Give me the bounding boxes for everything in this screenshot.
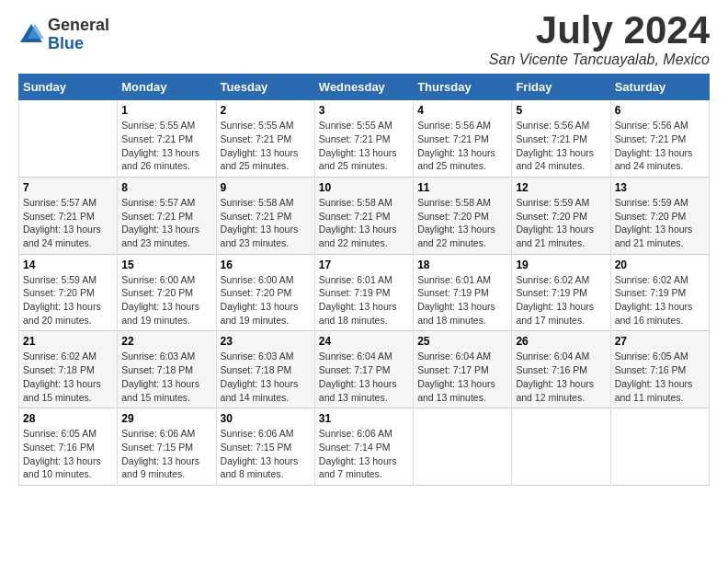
cell-content: Sunrise: 6:02 AMSunset: 7:19 PMDaylight:… [615,273,705,327]
day-number: 9 [221,181,311,194]
logo-blue: Blue [48,35,109,53]
calendar-cell: 15Sunrise: 6:00 AMSunset: 7:20 PMDayligh… [118,254,216,331]
title-area: July 2024 San Vicente Tancuayalab, Mexic… [489,9,710,68]
cell-content: Sunrise: 5:55 AMSunset: 7:21 PMDaylight:… [221,119,311,173]
cell-content: Sunrise: 5:58 AMSunset: 7:20 PMDaylight:… [417,196,507,250]
calendar-week-row: 1Sunrise: 5:55 AMSunset: 7:21 PMDaylight… [19,100,710,178]
calendar-cell: 17Sunrise: 6:01 AMSunset: 7:19 PMDayligh… [314,254,413,331]
day-number: 30 [221,412,311,425]
calendar-cell [610,408,709,486]
calendar-cell: 6Sunrise: 5:56 AMSunset: 7:21 PMDaylight… [610,100,709,178]
calendar-body: 1Sunrise: 5:55 AMSunset: 7:21 PMDaylight… [19,100,710,486]
calendar-cell: 27Sunrise: 6:05 AMSunset: 7:16 PMDayligh… [610,331,709,408]
day-number: 19 [516,259,606,271]
day-number: 17 [319,259,409,271]
cell-content: Sunrise: 6:03 AMSunset: 7:18 PMDaylight:… [221,350,311,404]
day-number: 20 [615,259,705,271]
cell-content: Sunrise: 5:56 AMSunset: 7:21 PMDaylight:… [615,119,705,173]
day-number: 23 [221,335,311,348]
day-number: 12 [516,181,606,194]
month-title: July 2024 [489,9,710,52]
day-number: 5 [516,104,606,117]
day-number: 2 [221,104,311,117]
day-number: 14 [23,259,113,271]
day-number: 1 [121,104,211,117]
calendar-cell [414,408,512,486]
day-number: 26 [516,335,606,348]
day-number: 18 [417,259,507,271]
header-day: Thursday [414,75,512,100]
calendar-week-row: 14Sunrise: 5:59 AMSunset: 7:20 PMDayligh… [19,254,710,331]
logo: General Blue [18,17,109,53]
calendar-cell: 28Sunrise: 6:05 AMSunset: 7:16 PMDayligh… [19,408,118,486]
calendar-cell [512,408,610,486]
cell-content: Sunrise: 5:58 AMSunset: 7:21 PMDaylight:… [319,196,409,250]
header-day: Saturday [610,75,709,100]
day-number: 16 [221,259,311,271]
calendar-cell: 26Sunrise: 6:04 AMSunset: 7:16 PMDayligh… [512,331,610,408]
cell-content: Sunrise: 6:01 AMSunset: 7:19 PMDaylight:… [319,273,409,327]
header-day: Friday [512,75,610,100]
day-number: 27 [615,335,705,348]
day-number: 31 [319,412,409,425]
calendar-cell: 3Sunrise: 5:55 AMSunset: 7:21 PMDaylight… [314,100,413,178]
day-number: 4 [417,104,507,117]
calendar-cell: 11Sunrise: 5:58 AMSunset: 7:20 PMDayligh… [414,177,512,254]
day-number: 22 [121,335,211,348]
calendar-cell: 1Sunrise: 5:55 AMSunset: 7:21 PMDaylight… [118,100,216,178]
day-number: 3 [319,104,409,117]
calendar-cell: 30Sunrise: 6:06 AMSunset: 7:15 PMDayligh… [216,408,314,486]
day-number: 21 [23,335,113,348]
calendar-cell [19,100,118,178]
calendar-cell: 14Sunrise: 5:59 AMSunset: 7:20 PMDayligh… [19,254,118,331]
calendar-cell: 18Sunrise: 6:01 AMSunset: 7:19 PMDayligh… [414,254,512,331]
calendar-cell: 13Sunrise: 5:59 AMSunset: 7:20 PMDayligh… [610,177,709,254]
cell-content: Sunrise: 5:59 AMSunset: 7:20 PMDaylight:… [516,196,606,250]
calendar-cell: 10Sunrise: 5:58 AMSunset: 7:21 PMDayligh… [314,177,413,254]
cell-content: Sunrise: 6:03 AMSunset: 7:18 PMDaylight:… [121,350,211,404]
header-day: Wednesday [314,75,413,100]
logo-icon [18,22,44,48]
cell-content: Sunrise: 6:06 AMSunset: 7:14 PMDaylight:… [319,427,409,481]
calendar-cell: 5Sunrise: 5:56 AMSunset: 7:21 PMDaylight… [512,100,610,178]
header: General Blue July 2024 San Vicente Tancu… [18,9,710,68]
cell-content: Sunrise: 6:04 AMSunset: 7:17 PMDaylight:… [417,350,507,404]
day-number: 15 [121,259,211,271]
cell-content: Sunrise: 6:02 AMSunset: 7:19 PMDaylight:… [516,273,606,327]
cell-content: Sunrise: 5:55 AMSunset: 7:21 PMDaylight:… [121,119,211,173]
cell-content: Sunrise: 6:04 AMSunset: 7:16 PMDaylight:… [516,350,606,404]
cell-content: Sunrise: 5:57 AMSunset: 7:21 PMDaylight:… [23,196,113,250]
calendar-cell: 12Sunrise: 5:59 AMSunset: 7:20 PMDayligh… [512,177,610,254]
calendar-cell: 2Sunrise: 5:55 AMSunset: 7:21 PMDaylight… [216,100,314,178]
cell-content: Sunrise: 6:01 AMSunset: 7:19 PMDaylight:… [417,273,507,327]
calendar-cell: 8Sunrise: 5:57 AMSunset: 7:21 PMDaylight… [118,177,216,254]
day-number: 11 [417,181,507,194]
day-number: 7 [23,181,113,194]
header-day: Monday [118,75,216,100]
cell-content: Sunrise: 6:00 AMSunset: 7:20 PMDaylight:… [221,273,311,327]
cell-content: Sunrise: 6:00 AMSunset: 7:20 PMDaylight:… [121,273,211,327]
calendar-week-row: 7Sunrise: 5:57 AMSunset: 7:21 PMDaylight… [19,177,710,254]
logo-text: General Blue [48,17,109,53]
cell-content: Sunrise: 5:55 AMSunset: 7:21 PMDaylight:… [319,119,409,173]
calendar-cell: 4Sunrise: 5:56 AMSunset: 7:21 PMDaylight… [414,100,512,178]
header-day: Sunday [19,75,118,100]
day-number: 8 [121,181,211,194]
calendar-cell: 22Sunrise: 6:03 AMSunset: 7:18 PMDayligh… [118,331,216,408]
calendar-cell: 25Sunrise: 6:04 AMSunset: 7:17 PMDayligh… [414,331,512,408]
cell-content: Sunrise: 6:06 AMSunset: 7:15 PMDaylight:… [221,427,311,481]
cell-content: Sunrise: 5:58 AMSunset: 7:21 PMDaylight:… [221,196,311,250]
location-title: San Vicente Tancuayalab, Mexico [489,52,710,68]
day-number: 28 [23,412,113,425]
day-number: 6 [615,104,705,117]
calendar-cell: 31Sunrise: 6:06 AMSunset: 7:14 PMDayligh… [314,408,413,486]
header-day: Tuesday [216,75,314,100]
day-number: 29 [121,412,211,425]
cell-content: Sunrise: 5:59 AMSunset: 7:20 PMDaylight:… [615,196,705,250]
calendar-cell: 29Sunrise: 6:06 AMSunset: 7:15 PMDayligh… [118,408,216,486]
calendar-cell: 23Sunrise: 6:03 AMSunset: 7:18 PMDayligh… [216,331,314,408]
cell-content: Sunrise: 5:56 AMSunset: 7:21 PMDaylight:… [417,119,507,173]
cell-content: Sunrise: 6:02 AMSunset: 7:18 PMDaylight:… [23,350,113,404]
cell-content: Sunrise: 6:05 AMSunset: 7:16 PMDaylight:… [23,427,113,481]
logo-general: General [48,17,109,35]
